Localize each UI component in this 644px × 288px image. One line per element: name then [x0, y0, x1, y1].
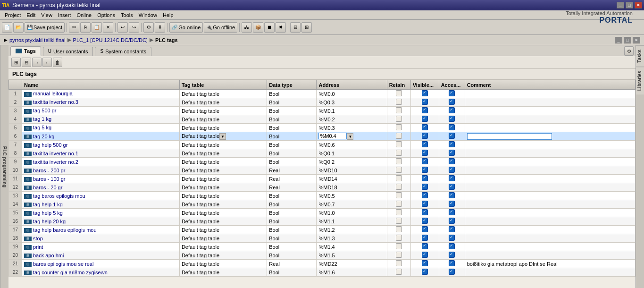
pane-restore-button[interactable]: □	[624, 37, 631, 43]
row-retain[interactable]	[387, 98, 410, 107]
row-address[interactable]: %M1.4	[317, 243, 387, 251]
new-project-button[interactable]: 📄	[2, 22, 12, 33]
row-tag-table[interactable]: Default tag table	[179, 226, 267, 234]
row-comment[interactable]	[465, 183, 635, 192]
row-data-type[interactable]: Bool	[267, 217, 317, 226]
row-access[interactable]	[439, 234, 465, 243]
retain-checkbox[interactable]	[396, 243, 402, 249]
row-address[interactable]: %Q0.2	[317, 158, 387, 166]
row-name[interactable]: ⊞tag help 20 kg	[22, 217, 180, 226]
menu-edit[interactable]: Edit	[24, 12, 38, 18]
open-project-button[interactable]: 📂	[13, 22, 24, 33]
row-tag-table[interactable]: Default tag table	[179, 200, 267, 209]
row-data-type[interactable]: Real	[267, 166, 317, 175]
access-checkbox[interactable]	[449, 201, 455, 207]
menu-online[interactable]: Online	[74, 12, 94, 18]
access-checkbox[interactable]	[449, 269, 455, 275]
row-comment[interactable]	[465, 217, 635, 226]
row-comment[interactable]	[465, 107, 635, 115]
tab-tags[interactable]: Tags	[10, 46, 41, 56]
row-address[interactable]: %M1.3	[317, 234, 387, 243]
row-tag-table[interactable]: Default tag table	[179, 149, 267, 158]
row-visible[interactable]	[410, 200, 439, 209]
maximize-button[interactable]: □	[626, 2, 633, 8]
row-access[interactable]	[439, 226, 465, 234]
access-checkbox[interactable]	[449, 124, 455, 130]
redo-button[interactable]: ↪	[129, 22, 139, 33]
row-retain[interactable]	[387, 268, 410, 277]
access-checkbox[interactable]	[449, 116, 455, 122]
row-comment[interactable]	[465, 243, 635, 251]
row-data-type[interactable]: Bool	[267, 243, 317, 251]
pane-minimize-button[interactable]: _	[615, 37, 622, 43]
access-checkbox[interactable]	[449, 107, 455, 113]
row-access[interactable]	[439, 166, 465, 175]
row-address[interactable]: ▼	[317, 132, 387, 141]
row-name[interactable]: ⊞tag help baros epilogis mou	[22, 226, 180, 234]
row-retain[interactable]	[387, 260, 410, 268]
row-access[interactable]	[439, 268, 465, 277]
table-row[interactable]: 1⊞manual leitourgiaDefault tag tableBool…	[9, 90, 636, 98]
row-tag-table[interactable]: Default tag table	[179, 260, 267, 268]
visible-checkbox[interactable]	[422, 124, 428, 130]
row-name[interactable]: ⊞manual leitourgia	[22, 90, 180, 98]
add-row-button[interactable]: ⊞	[11, 58, 21, 67]
visible-checkbox[interactable]	[422, 90, 428, 96]
row-data-type[interactable]: Bool	[267, 200, 317, 209]
row-retain[interactable]	[387, 158, 410, 166]
row-name[interactable]: ⊞tag 5 kg	[22, 124, 180, 132]
network-btn[interactable]: 🖧	[242, 22, 252, 33]
row-tag-table[interactable]: Default tag table▼	[179, 132, 267, 141]
access-checkbox[interactable]	[449, 235, 455, 241]
close-button[interactable]: ✕	[635, 2, 642, 8]
row-address[interactable]: %M0.5	[317, 192, 387, 200]
row-address[interactable]: %M1.0	[317, 209, 387, 217]
row-tag-table[interactable]: Default tag table	[179, 268, 267, 277]
row-name[interactable]: ⊞back apo hmi	[22, 251, 180, 260]
retain-checkbox[interactable]	[396, 260, 402, 266]
row-name[interactable]: ⊞baros - 200 gr	[22, 166, 180, 175]
delete-button[interactable]: ✕	[103, 22, 113, 33]
retain-checkbox[interactable]	[396, 184, 402, 190]
row-name[interactable]: ⊞tag 1 kg	[22, 115, 180, 124]
row-comment[interactable]	[465, 149, 635, 158]
row-retain[interactable]	[387, 226, 410, 234]
row-visible[interactable]	[410, 141, 439, 149]
access-checkbox[interactable]	[449, 167, 455, 173]
row-tag-table[interactable]: Default tag table	[179, 217, 267, 226]
table-row[interactable]: 15⊞tag help 5 kgDefault tag tableBool%M1…	[9, 209, 636, 217]
table-row[interactable]: 16⊞tag help 20 kgDefault tag tableBool%M…	[9, 217, 636, 226]
row-data-type[interactable]: Bool	[267, 226, 317, 234]
retain-checkbox[interactable]	[396, 209, 402, 215]
visible-checkbox[interactable]	[422, 116, 428, 122]
row-access[interactable]	[439, 132, 465, 141]
row-name[interactable]: ⊞taxitita inverter no.1	[22, 149, 180, 158]
row-retain[interactable]	[387, 243, 410, 251]
row-retain[interactable]	[387, 107, 410, 115]
address-input[interactable]	[318, 133, 347, 139]
row-data-type[interactable]: Bool	[267, 234, 317, 243]
row-address[interactable]: %Q0.3	[317, 98, 387, 107]
row-access[interactable]	[439, 209, 465, 217]
retain-checkbox[interactable]	[396, 218, 402, 224]
row-access[interactable]	[439, 107, 465, 115]
row-address[interactable]: %MD10	[317, 166, 387, 175]
stop-btn[interactable]: ⏹	[264, 22, 275, 33]
row-address[interactable]: %M1.1	[317, 217, 387, 226]
table-row[interactable]: 9⊞taxitita inverter no.2Default tag tabl…	[9, 158, 636, 166]
access-checkbox[interactable]	[449, 175, 455, 181]
row-access[interactable]	[439, 124, 465, 132]
row-tag-table[interactable]: Default tag table	[179, 141, 267, 149]
row-data-type[interactable]: Bool	[267, 132, 317, 141]
table-row[interactable]: 21⊞baros epilogis mou se realDefault tag…	[9, 260, 636, 268]
row-access[interactable]	[439, 90, 465, 98]
row-address[interactable]: %M0.6	[317, 141, 387, 149]
row-visible[interactable]	[410, 234, 439, 243]
row-tag-table[interactable]: Default tag table	[179, 107, 267, 115]
row-comment[interactable]	[465, 268, 635, 277]
row-name[interactable]: ⊞baros - 20 gr	[22, 183, 180, 192]
row-address[interactable]: %M0.7	[317, 200, 387, 209]
table-row[interactable]: 8⊞taxitita inverter no.1Default tag tabl…	[9, 149, 636, 158]
row-comment[interactable]	[465, 115, 635, 124]
table-row[interactable]: 13⊞tag baros epilogis mouDefault tag tab…	[9, 192, 636, 200]
